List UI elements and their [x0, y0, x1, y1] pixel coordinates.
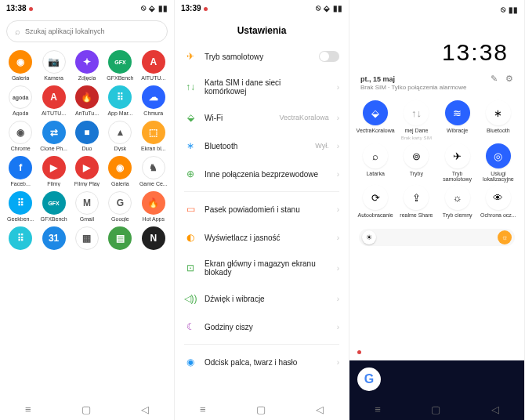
settings-item[interactable]: ⬙Wi-FiVectraKoralowa›: [184, 103, 339, 132]
app-label: Dysk: [114, 146, 127, 151]
chevron-right-icon: ›: [337, 358, 339, 367]
app-icon: G: [108, 191, 132, 215]
app-label: Chmura: [143, 110, 163, 116]
settings-item[interactable]: ◁))Dźwięk i wibracje›: [184, 284, 339, 313]
app-label: Galeria: [12, 75, 30, 81]
app-item[interactable]: 🔥AnTuTu...: [71, 85, 103, 116]
app-item[interactable]: ■Duo: [71, 121, 103, 151]
setting-icon: ☾: [184, 320, 197, 333]
qs-tile[interactable]: ≋Wibracje: [438, 100, 477, 140]
qs-tile[interactable]: 👁Ochrona ocz...: [479, 185, 518, 218]
settings-item[interactable]: ◐Wyświetlacz i jasność›: [184, 223, 339, 252]
app-item[interactable]: ▤: [104, 226, 136, 252]
brightness-thumb[interactable]: ☀: [362, 230, 376, 244]
app-item[interactable]: ▶Filmy Play: [71, 156, 103, 186]
app-icon: ▶: [42, 156, 66, 179]
app-label: Clone Ph...: [40, 146, 67, 151]
settings-item[interactable]: ☾Godziny ciszy›: [184, 313, 339, 341]
app-item[interactable]: ⬚Ekran bl...: [138, 121, 169, 151]
app-label: AnTuTu...: [75, 110, 99, 116]
app-icon: ⠿: [9, 226, 32, 250]
app-label: Galeria: [111, 181, 129, 186]
app-item[interactable]: AAITUTU...: [138, 50, 169, 81]
app-item[interactable]: ♞Game Ce...: [138, 156, 169, 186]
settings-item[interactable]: ⊕Inne połączenia bezprzewodowe›: [184, 160, 339, 188]
home-button[interactable]: ▢: [431, 404, 440, 415]
app-label: Chrome: [11, 146, 31, 151]
app-item[interactable]: ◉Galeria: [104, 156, 136, 186]
settings-item[interactable]: ⊡Ekran główny i magazyn ekranu blokady›: [184, 252, 339, 284]
app-item[interactable]: fFaceb...: [5, 156, 36, 186]
brightness-slider[interactable]: ☀ ☼: [359, 229, 515, 246]
app-icon: ◉: [9, 121, 32, 144]
app-item[interactable]: MGmail: [71, 191, 103, 222]
app-item[interactable]: 31: [38, 226, 69, 252]
qs-tile[interactable]: ☼Tryb ciemny: [438, 185, 477, 218]
app-item[interactable]: ◉Chrome: [5, 121, 36, 151]
app-item[interactable]: ⠿: [5, 226, 36, 252]
settings-item[interactable]: ∗BluetoothWył.›: [184, 132, 339, 160]
google-search-widget[interactable]: G: [357, 368, 381, 391]
app-icon: ⬚: [142, 121, 165, 144]
app-item[interactable]: ▦: [71, 226, 103, 252]
back-button[interactable]: ◁: [491, 404, 499, 415]
app-item[interactable]: ▶Filmy: [38, 156, 69, 186]
app-item[interactable]: 🔥Hot Apps: [138, 191, 169, 222]
app-item[interactable]: GFXGFXBench: [38, 191, 69, 222]
search-bar[interactable]: ⌕: [6, 20, 168, 42]
edit-icon[interactable]: ✎: [491, 74, 498, 84]
back-button[interactable]: ◁: [141, 404, 149, 415]
qs-tile[interactable]: ∗Bluetooth: [479, 100, 518, 140]
qs-tile[interactable]: ✈Tryb samolotowy: [438, 143, 477, 182]
app-item[interactable]: agodaAgoda: [5, 85, 36, 116]
setting-label: Inne połączenia bezprzewodowe: [205, 170, 321, 179]
app-icon: 📷: [42, 50, 66, 74]
toggle[interactable]: [319, 51, 339, 62]
app-item[interactable]: ☁Chmura: [138, 85, 169, 116]
app-icon: 🔥: [142, 191, 165, 215]
settings-item[interactable]: ✈Tryb samolotowy: [184, 42, 339, 71]
settings-item[interactable]: ↑↓Karta SIM i dane sieci komórkowej›: [184, 71, 339, 103]
qs-tile[interactable]: ↑↓mej DaneBrak karty SIM: [396, 100, 436, 140]
app-item[interactable]: ⇄Clone Ph...: [38, 121, 69, 151]
app-icon: ▤: [108, 226, 132, 250]
qs-label: Wibracje: [447, 128, 468, 133]
app-item[interactable]: 📷Kamera: [38, 50, 69, 81]
app-item[interactable]: GGoogle: [104, 191, 136, 222]
app-item[interactable]: ⠿Geekben...: [5, 191, 36, 222]
search-input[interactable]: [25, 27, 159, 35]
app-item[interactable]: ⠿App Mar...: [104, 85, 136, 116]
setting-icon: ◁)): [184, 292, 197, 305]
search-icon: ⌕: [15, 27, 20, 36]
recent-button[interactable]: ≡: [375, 404, 381, 415]
recent-button[interactable]: ≡: [25, 404, 31, 415]
auto-brightness-button[interactable]: ☼: [498, 230, 512, 244]
app-label: Gmail: [80, 216, 94, 222]
back-button[interactable]: ◁: [316, 404, 324, 415]
setting-icon: ◉: [184, 356, 197, 368]
setting-icon: ⊡: [184, 262, 197, 274]
home-button[interactable]: ▢: [256, 404, 266, 415]
settings-item[interactable]: ▭Pasek powiadomień i stanu›: [184, 195, 339, 223]
qs-tile[interactable]: ◎Usługi lokalizacyjne: [479, 143, 518, 182]
app-item[interactable]: ▲Dysk: [104, 121, 136, 151]
recent-button[interactable]: ≡: [200, 404, 206, 415]
qs-tile[interactable]: ⟳Autoobracanie: [356, 185, 395, 218]
app-icon: agoda: [9, 85, 32, 109]
app-item[interactable]: ◉Galeria: [5, 50, 36, 81]
qs-tile[interactable]: ⌕Latarka: [356, 143, 395, 182]
qs-tile[interactable]: ⇪realme Share: [396, 185, 436, 218]
home-button[interactable]: ▢: [81, 404, 91, 415]
qs-tile[interactable]: ⬙VectraKoralowa: [356, 100, 395, 140]
app-item[interactable]: AAITUTU...: [38, 85, 69, 116]
qs-label: Autoobracanie: [358, 212, 393, 218]
settings-icon[interactable]: ⚙: [505, 74, 513, 84]
status-time: 13:39: [181, 4, 201, 13]
app-item[interactable]: N: [138, 226, 169, 252]
qs-header: pt., 15 maj ✎⚙: [349, 74, 524, 84]
app-item[interactable]: ✦Zdjęcia: [71, 50, 103, 81]
settings-item[interactable]: ◉Odcisk palca, twarz i hasło›: [184, 348, 339, 376]
qs-tile[interactable]: ⊚Tryby: [396, 143, 436, 182]
app-item[interactable]: GFXGFXBench: [104, 50, 136, 81]
qs-label: Latarka: [366, 171, 384, 176]
